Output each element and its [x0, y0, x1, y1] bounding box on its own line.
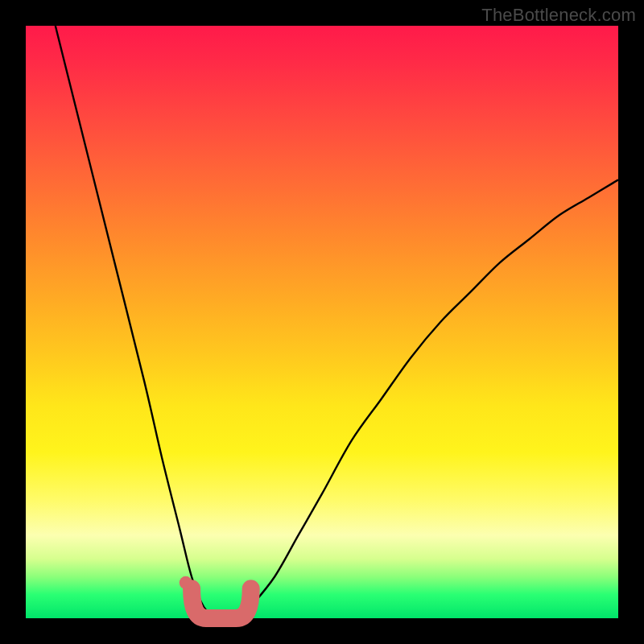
valley-highlight — [192, 588, 251, 618]
valley-dot — [180, 576, 192, 589]
bottleneck-curve — [56, 26, 618, 619]
chart-frame: TheBottleneck.com — [0, 0, 644, 644]
plot-area — [26, 26, 618, 618]
curve-layer — [26, 26, 618, 618]
watermark-text: TheBottleneck.com — [481, 5, 636, 26]
